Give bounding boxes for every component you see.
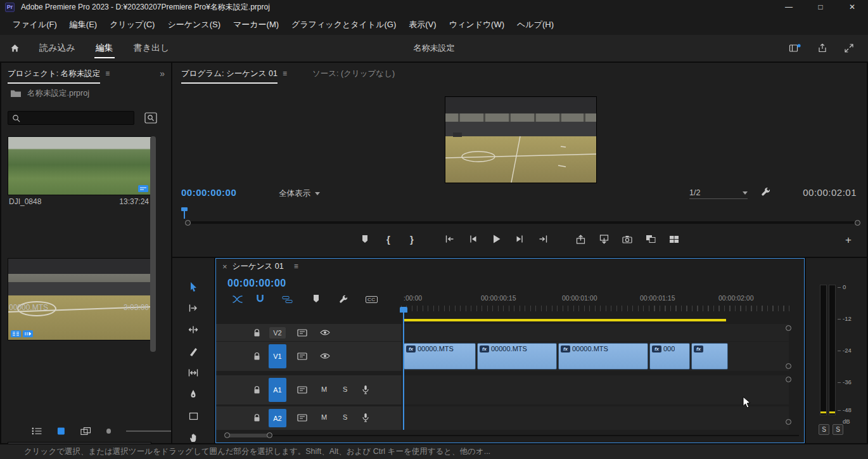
zoom-slider-handle[interactable] [106,429,111,434]
menu-window[interactable]: ウィンドウ(W) [443,19,511,30]
vertical-scroll-handle[interactable] [786,419,791,425]
source-monitor-tab[interactable]: ソース: (クリップなし) [312,68,395,79]
menu-edit[interactable]: 編集(E) [63,19,103,30]
step-back-button[interactable] [468,233,478,245]
play-button[interactable] [491,233,501,245]
export-frame-button[interactable] [622,233,632,245]
snap-button[interactable] [255,294,265,304]
track-content-a1[interactable] [401,375,789,404]
comparison-view-button[interactable] [646,233,656,245]
selection-tool[interactable] [172,277,214,296]
program-scrubber-track[interactable] [185,221,857,224]
timeline-clip[interactable]: fx [691,343,728,370]
linked-selection-button[interactable] [282,295,293,304]
source-patch-icon[interactable] [297,386,307,394]
lock-icon[interactable] [253,385,261,394]
solo-right-button[interactable]: S [833,424,843,435]
program-monitor-tab[interactable]: プログラム: シーケンス 01 [181,68,278,79]
icon-view-icon[interactable] [57,427,65,436]
voiceover-mic-icon[interactable] [362,385,369,394]
solo-button[interactable]: S [343,385,347,393]
search-input[interactable] [8,111,134,125]
timeline-timecode[interactable]: 00:00:00:00 [227,278,286,289]
step-forward-button[interactable] [514,233,525,245]
track-content-v1[interactable]: fx 00000.MTS fx 00000.MTS fx 00000.MTS f… [401,342,789,371]
horizontal-scrollbar-track[interactable] [226,435,799,436]
timeline-clip[interactable]: fx 00000.MTS [558,343,648,370]
clip-label-row[interactable]: 00000.MTS 3:03:00 [8,303,151,312]
scrubber-right-handle[interactable] [855,220,860,226]
solo-button[interactable]: S [343,413,347,421]
lift-button[interactable] [575,233,585,245]
timeline-clip[interactable]: fx 000 [649,343,690,370]
timeline-clip[interactable]: fx 00000.MTS [404,343,476,370]
timeline-ruler[interactable] [401,306,790,311]
add-marker-button[interactable] [312,294,320,303]
voiceover-mic-icon[interactable] [362,413,369,422]
project-scrollbar[interactable] [150,136,156,352]
track-target-a1[interactable]: A1 [269,378,286,402]
mute-button[interactable]: M [321,413,327,421]
find-button[interactable] [144,112,157,124]
menu-marker[interactable]: マーカー(M) [227,19,285,30]
freeform-view-icon[interactable] [80,427,91,436]
menu-file[interactable]: ファイル(F) [6,19,63,30]
horizontal-scrollbar-thumb[interactable] [227,434,269,437]
panel-menu-icon[interactable]: ≡ [283,69,287,78]
track-target-v1[interactable]: V1 [269,344,286,368]
track-target-a2[interactable]: A2 [269,409,286,427]
source-patch-icon[interactable] [297,414,307,422]
zoom-handle-right[interactable] [267,432,272,438]
vertical-scroll-handle[interactable] [786,377,791,382]
sequence-tab[interactable]: シーケンス 01 [233,261,284,272]
button-editor-add-button[interactable]: + [845,234,852,247]
project-panel-tab[interactable]: プロジェクト: 名称未設定 [8,68,100,79]
multi-view-button[interactable] [669,233,679,245]
close-sequence-icon[interactable]: × [222,262,227,271]
pen-tool[interactable] [172,385,214,404]
menu-help[interactable]: ヘルプ(H) [511,19,560,30]
razor-tool[interactable] [172,342,214,361]
close-button[interactable]: ✕ [836,0,868,14]
clip-label-row[interactable]: DJI_0848 13:37:24 [8,197,151,206]
panel-overflow-icon[interactable]: » [160,68,165,79]
source-patch-icon[interactable] [297,329,307,337]
slip-tool[interactable] [172,363,214,382]
menu-sequence[interactable]: シーケンス(S) [161,19,227,30]
list-view-icon[interactable] [32,427,42,436]
fullscreen-button[interactable] [844,43,854,53]
source-patch-icon[interactable] [297,352,307,360]
clip-thumbnail[interactable] [8,258,151,340]
playback-resolution-dropdown[interactable]: 1/2 [689,188,748,199]
track-target-v2[interactable]: V2 [269,327,286,339]
rectangle-tool[interactable] [172,406,214,425]
quick-export-button[interactable] [817,43,827,53]
lock-icon[interactable] [253,352,261,361]
track-content-a2[interactable] [401,406,789,430]
tab-edit[interactable]: 編集 [86,35,124,61]
scrubber-left-handle[interactable] [185,220,191,226]
timeline-clip[interactable]: fx 00000.MTS [477,343,557,370]
lock-icon[interactable] [253,413,261,422]
vertical-scroll-handle[interactable] [786,325,791,331]
maximize-button[interactable]: □ [805,0,836,14]
lock-icon[interactable] [253,328,261,337]
menu-view[interactable]: 表示(V) [402,19,442,30]
zoom-handle-left[interactable] [224,432,230,438]
zoom-slider-track[interactable] [126,430,171,432]
timeline-settings-button[interactable] [339,295,348,304]
captions-button[interactable]: CC [366,296,378,303]
go-to-out-button[interactable] [538,233,548,245]
nest-toggle-button[interactable] [233,295,243,304]
program-timecode[interactable]: 00:00:00:00 [181,187,236,198]
program-playhead[interactable] [181,207,188,219]
mark-out-button[interactable]: } [407,233,417,245]
add-marker-button[interactable] [360,233,370,245]
mark-in-button[interactable]: { [383,233,393,245]
track-select-forward-tool[interactable] [172,299,214,318]
project-bin-row[interactable]: 名称未設定.prproj [1,84,171,102]
tab-import[interactable]: 読み込み [29,35,86,61]
extract-button[interactable] [599,233,609,245]
track-visibility-eye-icon[interactable] [320,329,330,336]
track-visibility-eye-icon[interactable] [320,352,330,359]
